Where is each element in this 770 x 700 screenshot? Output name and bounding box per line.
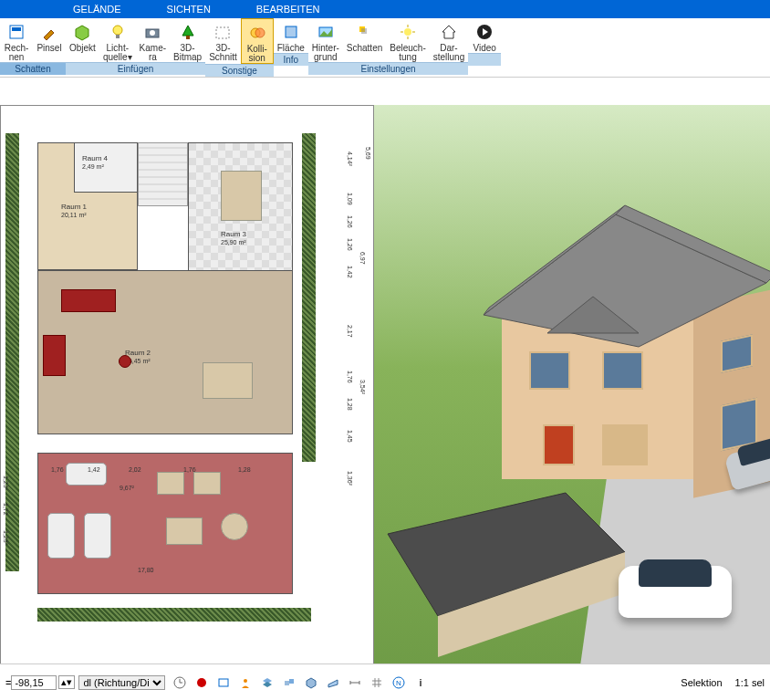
status-direction-select[interactable]: dl (Richtung/Di [78,675,165,690]
svg-point-17 [404,28,411,36]
house-3d [465,205,757,497]
status-value-input[interactable] [11,675,57,690]
svg-marker-7 [182,26,193,36]
ribbon-hintergrund[interactable]: Hinter- grund [308,18,343,62]
workspace: Raum 1 20,11 m² Raum 4 2,49 m² Raum 3 25… [0,105,770,689]
dim: 1,26 [347,215,353,228]
ribbon-label: Kame- ra [140,44,166,62]
plan-view-2d[interactable]: Raum 1 20,11 m² Raum 4 2,49 m² Raum 3 25… [0,105,374,689]
status-spinner-icon[interactable]: ▴▾ [58,675,75,689]
ribbon-label: 3D- Bitmap [173,44,202,62]
svg-rect-4 [116,35,120,38]
object-icon [72,22,92,42]
dim: 17,80 [138,567,154,573]
svg-rect-37 [285,681,289,685]
layers-icon[interactable] [259,674,276,691]
status-scale: 1:1 sel [735,677,765,688]
ribbon-label: Schatten [347,44,382,53]
svg-rect-38 [289,679,294,684]
grid-icon[interactable] [369,674,385,691]
shadow-icon [355,22,375,42]
room-1-area: 20,11 m² [61,212,87,218]
dim: 2,02 [129,466,141,473]
ribbon-label: 3D- Schnitt [209,44,237,62]
ribbon-label: Kolli- sion [247,45,267,63]
car-plan-1 [47,513,75,559]
ribbon-video[interactable]: Video [468,18,501,53]
ribbon-group-einfuegen: Einfügen [66,62,205,75]
svg-point-32 [197,678,206,687]
ribbon-pinsel[interactable]: Pinsel [33,18,66,62]
room-3: Raum 3 25,90 m² [188,142,293,288]
view-3d[interactable] [374,105,770,689]
menu-bar: GELÄNDE SICHTEN BEARBEITEN [0,0,770,18]
lighting-icon [398,22,418,42]
svg-point-3 [113,26,122,35]
svg-text:i: i [420,677,422,688]
ribbon-3dschnitt[interactable]: 3D- Schnitt [205,18,241,64]
ribbon-label: Video [473,44,496,53]
ribbon-objekt[interactable]: Objekt [66,18,99,62]
dim: 9,67² [120,485,134,491]
plane-icon[interactable] [325,674,341,691]
room-1-name: Raum 1 [61,203,87,211]
calculate-icon [6,22,26,42]
dim: 1,76 [183,466,196,473]
dim: 1,36² [347,471,353,486]
svg-rect-9 [216,27,229,38]
ribbon-label: Beleuch- tung [390,44,425,62]
status-bar: = ▴▾ dl (Richtung/Di N i Selektion 1:1 s… [0,663,770,700]
menu-sichten[interactable]: SICHTEN [167,4,211,15]
ribbon-3dbitmap[interactable]: 3D- Bitmap [170,18,205,62]
svg-marker-16 [361,28,367,34]
house-icon [439,22,459,42]
north-icon[interactable]: N [390,674,407,691]
dim: 1,42 [347,266,353,278]
cube-group-icon[interactable] [281,674,297,691]
camera-icon [142,22,162,42]
ribbon-rechnen[interactable]: Rech- nen [0,18,33,62]
ribbon-lichtquelle[interactable]: Licht- quelle▾ [99,18,136,62]
dim-tool-icon[interactable] [347,674,363,691]
ribbon-kollision[interactable]: Kolli- sion [241,18,274,64]
play-icon [474,22,494,42]
garage-area [37,453,293,594]
svg-marker-36 [263,682,272,687]
dim-right: 5,69 [365,147,371,160]
ribbon-darstellung[interactable]: Dar- stellung [430,18,468,62]
dim: 1,23² [3,530,9,545]
status-selektion: Selektion [681,677,722,688]
dim: 1,76 [347,371,353,383]
screen-icon[interactable] [215,674,232,691]
ribbon-label: Hinter- grund [312,44,339,62]
dim: 1,26 [347,238,353,251]
clock-icon[interactable] [172,674,188,691]
svg-point-6 [150,30,155,36]
ribbon-beleuchtung[interactable]: Beleuch- tung [386,18,429,62]
menu-gelaende[interactable]: GELÄNDE [73,4,121,15]
dim: 4,14² [347,151,353,166]
dim: 2,17 [347,325,353,338]
ribbon-flaeche[interactable]: Fläche [274,18,308,53]
svg-marker-39 [307,678,316,688]
ribbon-label: Licht- quelle▾ [103,44,132,62]
dim: 1,72 [3,503,9,516]
cube-icon[interactable] [303,674,319,691]
ribbon-label: Rech- nen [5,44,29,62]
svg-point-11 [255,28,265,37]
menu-bearbeiten[interactable]: BEARBEITEN [256,4,320,15]
person-icon[interactable] [237,674,254,691]
record-icon[interactable] [193,674,210,691]
svg-marker-22 [442,26,455,38]
lightbulb-icon [108,22,128,42]
ribbon-kamera[interactable]: Kame- ra [136,18,170,62]
ribbon-group-video [468,53,501,66]
car-plan-3 [66,463,107,486]
room-3-area: 25,90 m² [221,239,246,246]
table-2 [203,362,253,399]
parking-furniture [157,463,266,563]
accent-shape [119,355,131,368]
ribbon-schatten[interactable]: Schatten [343,18,386,62]
dim: 3,54² [359,380,366,394]
info-icon[interactable]: i [412,674,429,691]
